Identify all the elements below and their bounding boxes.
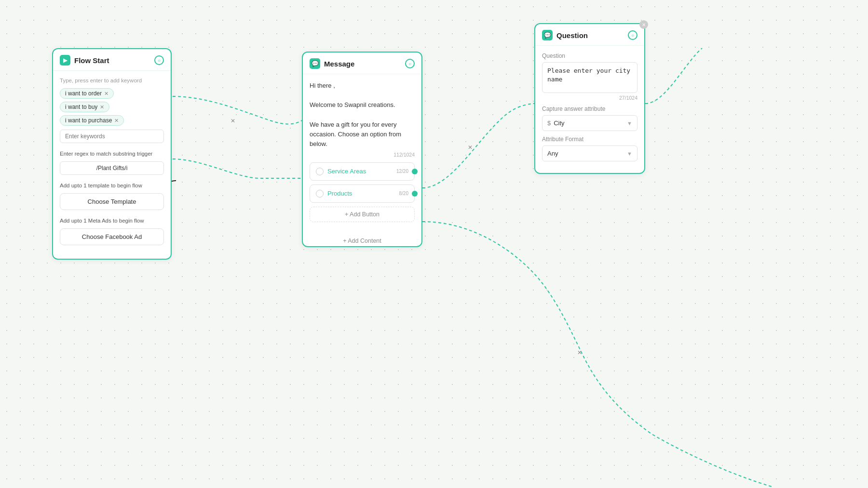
flow-start-body: Type, press enter to add keyword i want … bbox=[53, 71, 171, 259]
service-areas-label: Service Areas bbox=[327, 168, 366, 175]
svg-text:✕: ✕ bbox=[468, 144, 473, 151]
message-body: Hi there , Welcome to Swapnil creations.… bbox=[303, 74, 421, 234]
tag-buy[interactable]: i want to buy ✕ bbox=[60, 102, 109, 112]
question-icon: 💬 bbox=[542, 30, 553, 40]
service-areas-circle bbox=[316, 168, 324, 175]
capture-attr-value: City bbox=[554, 119, 564, 127]
format-chevron: ▼ bbox=[627, 151, 632, 157]
flow-start-header: ▶ Flow Start ○ bbox=[53, 49, 171, 71]
template-label: Add upto 1 template to begin flow bbox=[60, 182, 164, 189]
flow-start-icon: ▶ bbox=[60, 55, 70, 66]
question-char-count: 27/1024 bbox=[542, 95, 637, 101]
meta-label: Add upto 1 Meta Ads to begin flow bbox=[60, 217, 164, 224]
question-title: Question bbox=[556, 31, 624, 40]
tag-buy-remove[interactable]: ✕ bbox=[100, 105, 104, 110]
question-top-close[interactable]: ✕ bbox=[639, 20, 648, 29]
message-close[interactable]: ○ bbox=[405, 59, 415, 68]
format-label: Attribute Format bbox=[542, 136, 637, 143]
message-title: Message bbox=[324, 60, 401, 68]
tag-purchase-label: i want to purchase bbox=[65, 117, 112, 124]
format-dropdown[interactable]: Any ▼ bbox=[542, 145, 637, 161]
regex-input[interactable] bbox=[60, 161, 164, 175]
capture-attr-label: Capture answer attribute bbox=[542, 106, 637, 112]
service-areas-count: 12/20 bbox=[396, 169, 408, 174]
regex-label: Enter regex to match substring trigger bbox=[60, 150, 164, 158]
tag-order-label: i want to order bbox=[65, 90, 102, 97]
question-close-btn[interactable]: ○ bbox=[628, 30, 637, 40]
question-body: Question Please enter your city name 27/… bbox=[535, 46, 644, 173]
service-areas-button-item[interactable]: Service Areas 12/20 bbox=[310, 162, 415, 181]
products-label: Products bbox=[327, 190, 352, 197]
attr-dollar-icon: $ bbox=[547, 119, 551, 127]
products-button-item[interactable]: Products 8/20 bbox=[310, 185, 415, 203]
message-icon: 💬 bbox=[310, 58, 320, 69]
service-areas-conn-dot[interactable] bbox=[412, 169, 418, 174]
message-text: Hi there , Welcome to Swapnil creations.… bbox=[310, 81, 415, 149]
tag-buy-label: i want to buy bbox=[65, 104, 97, 110]
add-content-row[interactable]: + Add Content bbox=[303, 234, 421, 246]
add-button-label: + Add Button bbox=[345, 211, 380, 218]
add-button-row[interactable]: + Add Button bbox=[310, 207, 415, 222]
format-value: Any bbox=[547, 150, 558, 157]
keyword-tags: i want to order ✕ i want to buy ✕ i want… bbox=[60, 88, 164, 126]
keyword-input[interactable] bbox=[60, 130, 164, 143]
keyword-hint: Type, press enter to add keyword bbox=[60, 78, 164, 83]
flow-start-card: ▶ Flow Start ○ Type, press enter to add … bbox=[52, 48, 172, 260]
question-field-label: Question bbox=[542, 53, 637, 59]
tag-order[interactable]: i want to order ✕ bbox=[60, 88, 114, 99]
tag-order-remove[interactable]: ✕ bbox=[104, 91, 108, 96]
add-content-label: + Add Content bbox=[343, 237, 381, 244]
message-card: 💬 Message ○ Hi there , Welcome to Swapni… bbox=[302, 52, 422, 247]
tag-purchase[interactable]: i want to purchase ✕ bbox=[60, 115, 124, 126]
products-circle bbox=[316, 190, 324, 198]
products-conn-dot[interactable] bbox=[412, 191, 418, 197]
flow-start-close[interactable]: ○ bbox=[154, 55, 164, 65]
question-textarea[interactable]: Please enter your city name bbox=[542, 62, 637, 93]
tag-purchase-remove[interactable]: ✕ bbox=[114, 118, 119, 123]
choose-template-button[interactable]: Choose Template bbox=[60, 193, 164, 210]
question-card: ✕ 💬 Question ○ Question Please enter you… bbox=[534, 23, 645, 174]
capture-attr-chevron: ▼ bbox=[627, 120, 632, 126]
products-count: 8/20 bbox=[399, 191, 408, 196]
message-header: 💬 Message ○ bbox=[303, 53, 421, 74]
message-char-count: 112/1024 bbox=[310, 152, 415, 158]
svg-text:✕: ✕ bbox=[577, 349, 582, 356]
question-header: 💬 Question ○ bbox=[535, 24, 644, 46]
capture-attr-dropdown[interactable]: $ City ▼ bbox=[542, 115, 637, 131]
svg-text:✕: ✕ bbox=[231, 118, 235, 124]
flow-start-title: Flow Start bbox=[74, 56, 150, 65]
choose-facebook-ad-button[interactable]: Choose Facebook Ad bbox=[60, 228, 164, 245]
